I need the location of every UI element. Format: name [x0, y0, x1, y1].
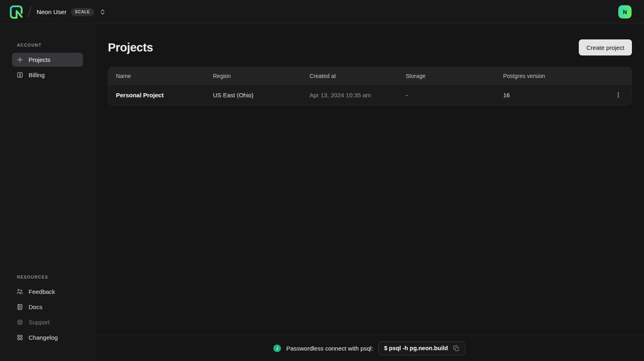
sidebar-spacer [12, 83, 83, 275]
user-avatar[interactable]: N [618, 5, 632, 18]
sidebar-item-label: Projects [29, 56, 50, 63]
copy-icon[interactable] [453, 345, 460, 352]
create-project-button[interactable]: Create project [579, 39, 632, 55]
project-created-at: Apr 13, 2024 10:35 am [302, 92, 398, 98]
info-circle-icon: i [273, 345, 281, 352]
topbar: Neon User SCALE N [0, 0, 644, 24]
sidebar-item-label: Changelog [29, 334, 58, 341]
sidebar-item-label: Billing [29, 72, 45, 78]
two-people-icon [16, 288, 23, 295]
psql-command-box[interactable]: $ psql -h pg.neon.build [378, 341, 465, 355]
sidebar-section-account: ACCOUNT [17, 43, 83, 47]
project-postgres-version: 16 [495, 92, 605, 98]
sidebar-item-docs[interactable]: Docs [12, 300, 83, 314]
org-switcher[interactable]: Neon User SCALE [37, 8, 105, 16]
sidebar-item-label: Support [29, 319, 50, 326]
psql-command-text: $ psql -h pg.neon.build [384, 345, 448, 351]
dollar-banknote-icon: $ [16, 72, 23, 79]
app-shell: ACCOUNT Projects $ B [0, 24, 644, 361]
sidebar-section-resources: RESOURCES [17, 275, 83, 279]
svg-text:$: $ [19, 73, 21, 76]
column-header-name: Name [108, 73, 205, 79]
chevron-up-down-icon[interactable] [100, 9, 105, 15]
main-content: Projects Create project Name Region Crea… [95, 24, 644, 361]
focus-target-icon [16, 56, 23, 64]
lifebuoy-icon [16, 319, 23, 326]
row-actions-kebab-icon[interactable] [612, 89, 624, 101]
sidebar-item-label: Feedback [29, 288, 55, 295]
neon-logo-icon[interactable] [9, 5, 24, 19]
sidebar-item-feedback[interactable]: Feedback [12, 285, 83, 299]
column-header-storage: Storage [398, 73, 495, 79]
org-name: Neon User [37, 8, 66, 16]
grid-squares-diamond-icon [16, 334, 23, 341]
column-header-created-at: Created at [302, 73, 398, 79]
column-header-region: Region [205, 73, 302, 79]
footer-bar: i Passwordless connect with psql: $ psql… [95, 335, 644, 361]
project-name[interactable]: Personal Project [108, 92, 205, 98]
project-region: US East (Ohio) [205, 92, 302, 98]
project-storage: - [398, 92, 495, 98]
sidebar-item-billing[interactable]: $ Billing [12, 68, 83, 82]
sidebar-item-label: Docs [29, 304, 42, 310]
sidebar-item-support[interactable]: Support [12, 315, 83, 329]
table-row[interactable]: Personal Project US East (Ohio) Apr 13, … [108, 84, 632, 105]
document-lines-icon [16, 304, 23, 311]
projects-table: Name Region Created at Storage Postgres … [108, 67, 632, 105]
passwordless-connect-label: Passwordless connect with psql: [286, 345, 373, 352]
breadcrumb-slash-divider [27, 6, 31, 17]
column-header-postgres-version: Postgres version [495, 73, 605, 79]
sidebar-item-projects[interactable]: Projects [12, 53, 83, 67]
plan-badge: SCALE [71, 8, 94, 16]
table-header-row: Name Region Created at Storage Postgres … [108, 67, 632, 84]
page-title: Projects [108, 41, 153, 54]
sidebar: ACCOUNT Projects $ B [0, 24, 95, 361]
sidebar-item-changelog[interactable]: Changelog [12, 330, 83, 345]
